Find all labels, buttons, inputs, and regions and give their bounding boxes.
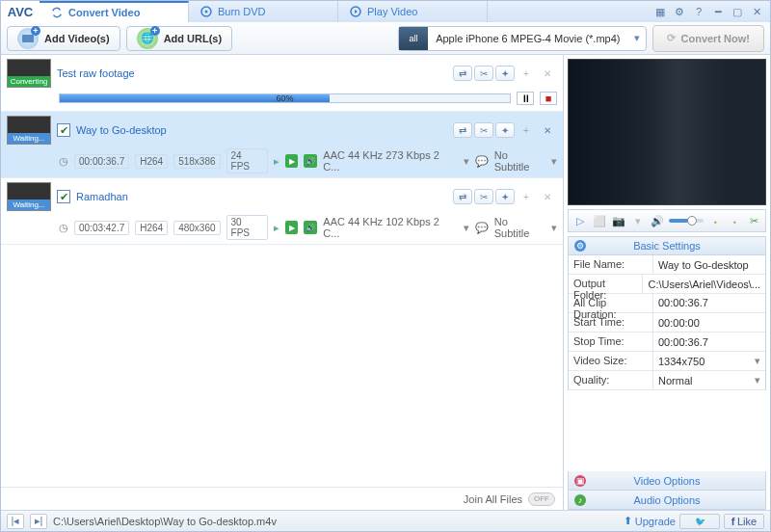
maximize-button[interactable]: ▢ [730, 5, 745, 18]
add-icon[interactable]: + [517, 66, 536, 81]
swap-icon[interactable]: ⇄ [453, 66, 472, 81]
volume-slider[interactable] [669, 219, 704, 223]
item-title[interactable]: Way to Go-desktop [76, 124, 167, 136]
join-files-toggle[interactable]: OFF [528, 492, 555, 506]
remove-icon[interactable]: ✕ [538, 189, 557, 204]
setting-label: All Clip Duration: [569, 294, 653, 312]
tab-burn-dvd[interactable]: Burn DVD [189, 1, 338, 22]
item-title[interactable]: Ramadhan [76, 191, 128, 202]
chevron-down-icon: ▾ [755, 374, 760, 386]
format-icon: all [399, 27, 428, 50]
prev-button[interactable]: |◂ [7, 514, 24, 529]
vcodec-value: H264 [135, 154, 168, 169]
setting-label: Start Time: [569, 313, 653, 332]
file-name-field[interactable]: Way to Go-desktop [653, 255, 765, 274]
menu-icon[interactable]: ▦ [652, 5, 668, 18]
output-format-dropdown[interactable]: all Apple iPhone 6 MPEG-4 Movie (*.mp4) … [398, 26, 646, 51]
item-checkbox[interactable]: ✔ [57, 190, 70, 203]
close-button[interactable]: ✕ [749, 5, 764, 18]
list-item[interactable]: Waiting... ✔ Ramadhan ⇄ ✂ ✦ + ✕ ◷ 00:03:… [1, 178, 563, 245]
chevron-down-icon[interactable]: ▾ [464, 222, 469, 234]
main-tabs: Convert Video Burn DVD Play Video [40, 1, 647, 22]
tab-play-video[interactable]: Play Video [338, 1, 488, 22]
cut-icon[interactable]: ✂ [474, 189, 493, 204]
add-url-button[interactable]: 🌐 Add URL(s) [126, 26, 233, 51]
audio-options-header[interactable]: ♪ Audio Options [568, 491, 766, 510]
upgrade-link[interactable]: ⬆Upgrade [624, 515, 676, 527]
chevron-right-icon[interactable]: ▸ [274, 222, 279, 234]
chevron-down-icon[interactable]: ▾ [464, 155, 469, 168]
output-folder-field[interactable]: C:\Users\Ariel\Videos\... [643, 275, 765, 293]
video-size-dropdown[interactable]: 1334x750▾ [653, 352, 765, 370]
stop-button[interactable]: ⬜ [592, 213, 607, 228]
video-preview[interactable] [568, 59, 766, 205]
audio-track-icon[interactable]: 🔊 [304, 154, 317, 168]
add-icon[interactable]: + [517, 122, 536, 138]
next-button[interactable]: ▸| [30, 514, 47, 529]
convert-icon [51, 7, 63, 18]
setting-label: Quality: [569, 371, 653, 389]
svg-point-1 [205, 11, 208, 13]
convert-now-button[interactable]: ⟳ Convert Now! [652, 25, 765, 52]
wand-icon[interactable]: ✦ [495, 66, 515, 81]
gear-icon[interactable]: ⚙ [672, 5, 687, 18]
clock-icon: ◷ [59, 155, 68, 168]
volume-icon[interactable]: 🔊 [650, 213, 665, 228]
wand-icon[interactable]: ✦ [495, 189, 515, 204]
facebook-like-button[interactable]: f Like [724, 514, 764, 529]
chevron-down-icon[interactable]: ▾ [630, 213, 646, 228]
minimize-button[interactable]: ━ [710, 5, 726, 18]
subtitle-icon: 💬 [475, 222, 489, 234]
scissors-icon[interactable]: ✂ [746, 213, 761, 228]
play-button[interactable]: ▷ [572, 213, 588, 228]
add-icon[interactable]: + [517, 189, 536, 204]
thumbnail: Converting [7, 59, 51, 88]
remove-icon[interactable]: ✕ [538, 66, 557, 81]
swap-icon[interactable]: ⇄ [453, 122, 472, 138]
audio-track-icon[interactable]: 🔊 [304, 221, 317, 234]
statusbar: |◂ ▸| C:\Users\Ariel\Desktop\Way to Go-d… [1, 510, 770, 531]
setting-label: Stop Time: [569, 332, 653, 351]
chevron-down-icon[interactable]: ▾ [551, 222, 557, 234]
mark-out-icon[interactable]: ⬩ [727, 213, 742, 228]
audio-icon: ♪ [574, 494, 586, 506]
tab-convert-video[interactable]: Convert Video [40, 1, 189, 22]
wand-icon[interactable]: ✦ [495, 122, 515, 138]
snapshot-button[interactable]: 📷 [611, 213, 626, 228]
chevron-right-icon[interactable]: ▸ [274, 155, 279, 168]
remove-icon[interactable]: ✕ [538, 122, 557, 138]
basic-settings-header[interactable]: ⚙ Basic Settings [568, 236, 766, 255]
swap-icon[interactable]: ⇄ [453, 189, 472, 204]
progress-text: 60% [60, 93, 510, 103]
list-item[interactable]: Waiting... ✔ Way to Go-desktop ⇄ ✂ ✦ + ✕… [1, 112, 563, 178]
mark-in-icon[interactable]: ⬩ [707, 213, 723, 228]
vres-value: 480x360 [173, 221, 220, 235]
video-track-icon[interactable]: ▶ [285, 221, 299, 234]
vres-value: 518x386 [173, 154, 220, 169]
setting-label: Video Size: [569, 352, 653, 370]
vfps-value: 24 FPS [226, 148, 268, 173]
svg-rect-3 [22, 35, 34, 42]
subtitle-value: No Subtitle [494, 216, 545, 239]
chevron-down-icon[interactable]: ▾ [551, 155, 557, 168]
quality-dropdown[interactable]: Normal▾ [653, 371, 765, 389]
cut-icon[interactable]: ✂ [474, 122, 493, 138]
section-title: Basic Settings [633, 240, 701, 252]
list-item[interactable]: Converting Test raw footage ⇄ ✂ ✦ + ✕ 60… [1, 55, 563, 112]
progress-bar: 60% [59, 93, 511, 103]
video-track-icon[interactable]: ▶ [285, 154, 299, 168]
stop-button[interactable]: ■ [540, 92, 557, 105]
twitter-button[interactable]: 🐦 [679, 514, 720, 529]
help-icon[interactable]: ? [691, 5, 706, 18]
cut-icon[interactable]: ✂ [474, 66, 493, 81]
pause-button[interactable]: ⏸ [517, 92, 534, 105]
video-options-header[interactable]: ▣ Video Options [568, 471, 766, 491]
add-video-button[interactable]: Add Video(s) [7, 26, 120, 51]
video-icon: ▣ [574, 475, 586, 487]
stop-time-field[interactable]: 00:00:36.7 [653, 332, 765, 351]
audio-info: AAC 44 KHz 102 Kbps 2 C... [323, 216, 457, 239]
status-path: C:\Users\Ariel\Desktop\Way to Go-desktop… [53, 516, 618, 527]
item-checkbox[interactable]: ✔ [57, 123, 70, 137]
item-title[interactable]: Test raw footage [57, 67, 135, 79]
start-time-field[interactable]: 00:00:00 [653, 313, 765, 332]
